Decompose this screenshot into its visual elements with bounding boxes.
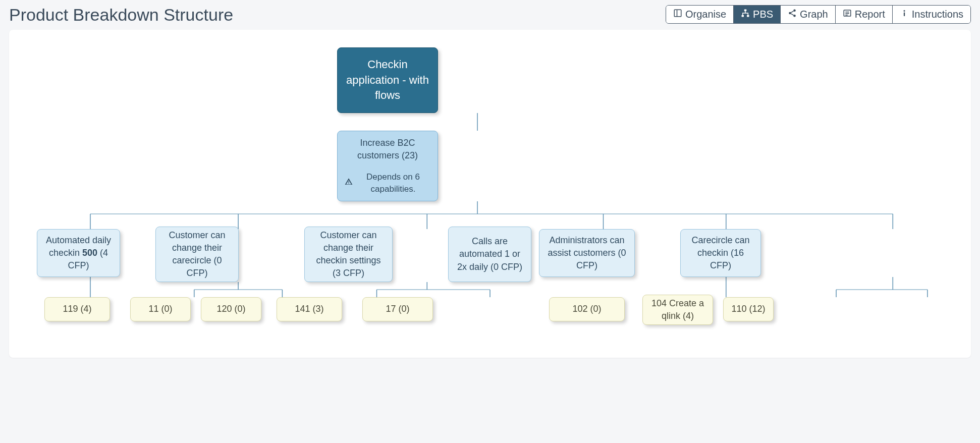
warning-text: Depends on 6 capabilities. xyxy=(356,171,430,195)
node-leaf-120[interactable]: 120 (0) xyxy=(201,297,261,321)
list-icon xyxy=(843,9,852,20)
node-label: Automated daily checkin 500 (4 CFP) xyxy=(44,234,113,272)
tab-label: Report xyxy=(855,9,885,20)
node-leaf-141[interactable]: 141 (3) xyxy=(277,297,342,321)
svg-rect-4 xyxy=(747,15,749,17)
svg-point-7 xyxy=(793,15,796,17)
node-leaf-102[interactable]: 102 (0) xyxy=(549,297,625,321)
node-cap-carecircle-checkin[interactable]: Carecircle can checkin (16 CFP) xyxy=(680,229,761,277)
node-label: 11 (0) xyxy=(148,303,172,315)
tab-label: Graph xyxy=(800,9,828,20)
tab-label: Instructions xyxy=(912,9,963,20)
node-root[interactable]: Checkin application - with flows xyxy=(337,47,438,113)
diagram-canvas: Checkin application - with flows Increas… xyxy=(9,30,971,358)
node-leaf-104[interactable]: 104 Create a qlink (4) xyxy=(642,295,713,325)
node-cap-change-settings[interactable]: Customer can change their checkin settin… xyxy=(304,227,393,282)
svg-point-6 xyxy=(789,12,791,15)
node-leaf-11[interactable]: 11 (0) xyxy=(130,297,191,321)
svg-rect-13 xyxy=(904,13,905,17)
node-label: Customer can change their carecircle (0 … xyxy=(163,229,231,280)
page-title: Product Breakdown Structure xyxy=(9,5,233,25)
node-label: Calls are automated 1 or 2x daily (0 CFP… xyxy=(456,235,524,273)
svg-point-12 xyxy=(903,10,905,12)
node-cap-calls-automated[interactable]: Calls are automated 1 or 2x daily (0 CFP… xyxy=(448,227,531,282)
info-icon xyxy=(900,9,909,20)
svg-rect-3 xyxy=(742,15,744,17)
node-label: 119 (4) xyxy=(63,303,91,315)
tab-label: PBS xyxy=(753,9,773,20)
tab-graph[interactable]: Graph xyxy=(781,6,836,23)
svg-rect-2 xyxy=(744,10,747,12)
node-label: 120 (0) xyxy=(216,303,245,315)
node-label: Administrators can assist customers (0 C… xyxy=(547,234,627,272)
svg-rect-0 xyxy=(674,10,681,17)
node-label: 102 (0) xyxy=(572,303,601,315)
node-cap-change-carecircle[interactable]: Customer can change their carecircle (0 … xyxy=(155,227,239,282)
node-goal[interactable]: Increase B2C customers (23) Depends on 6… xyxy=(337,131,438,201)
share-icon xyxy=(788,9,797,20)
node-leaf-110[interactable]: 110 (12) xyxy=(723,297,774,321)
node-cap-admin-assist[interactable]: Administrators can assist customers (0 C… xyxy=(539,229,635,277)
tab-label: Organise xyxy=(685,9,726,20)
svg-point-5 xyxy=(793,10,796,12)
tab-report[interactable]: Report xyxy=(836,6,893,23)
tab-pbs[interactable]: PBS xyxy=(734,6,781,23)
node-leaf-119[interactable]: 119 (4) xyxy=(44,297,110,321)
tab-group: Organise PBS Graph Report Instructions xyxy=(666,5,971,24)
node-label: Customer can change their checkin settin… xyxy=(312,229,385,280)
node-label: 104 Create a qlink (4) xyxy=(650,297,705,322)
node-label: 17 (0) xyxy=(386,303,409,315)
node-cap-automated-checkin[interactable]: Automated daily checkin 500 (4 CFP) xyxy=(37,229,120,277)
node-label: Checkin application - with flows xyxy=(345,57,430,103)
node-label: Carecircle can checkin (16 CFP) xyxy=(688,234,753,272)
tab-organise[interactable]: Organise xyxy=(666,6,734,23)
node-leaf-17[interactable]: 17 (0) xyxy=(362,297,433,321)
node-label: 141 (3) xyxy=(295,303,323,315)
panel-icon xyxy=(673,9,682,20)
tab-instructions[interactable]: Instructions xyxy=(893,6,970,23)
warning-icon xyxy=(345,177,353,189)
hierarchy-icon xyxy=(741,9,750,20)
node-label: Increase B2C customers (23) xyxy=(345,137,430,162)
warning-row: Depends on 6 capabilities. xyxy=(345,171,430,195)
node-label: 110 (12) xyxy=(731,303,765,315)
